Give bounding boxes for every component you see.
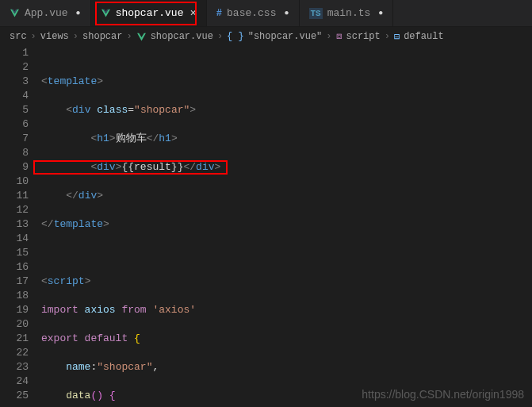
chevron-icon: ›: [217, 31, 223, 42]
crumb[interactable]: shopcar.vue: [151, 31, 213, 42]
vue-icon: [136, 32, 147, 42]
tab-shopcar-vue[interactable]: shopcar.vue ×: [91, 0, 207, 26]
tab-label: main.ts: [327, 7, 371, 19]
tab-label: shopcar.vue: [116, 7, 184, 19]
breadcrumb[interactable]: src› views› shopcar› shopcar.vue› { } "s…: [0, 27, 532, 46]
crumb[interactable]: default: [404, 31, 443, 42]
line-gutter: 1234567891011121314151617181920212223242…: [0, 46, 35, 407]
tab-label: App.vue: [25, 7, 68, 19]
crumb[interactable]: script: [346, 31, 381, 42]
code-editor[interactable]: 1234567891011121314151617181920212223242…: [0, 46, 532, 407]
chevron-icon: ›: [73, 31, 78, 42]
crumb[interactable]: shopcar: [82, 31, 122, 42]
ts-icon: TS: [309, 8, 323, 19]
code-content[interactable]: <template> <div class="shopcar"> <h1>购物车…: [35, 46, 407, 407]
script-icon: ⧈: [336, 31, 343, 42]
crumb[interactable]: views: [40, 31, 69, 42]
braces-icon: { }: [227, 31, 244, 42]
hash-icon: #: [216, 8, 222, 19]
tab-base-css[interactable]: # base.css: [207, 0, 300, 26]
vue-icon: [10, 8, 20, 18]
tab-main-ts[interactable]: TS main.ts: [300, 0, 394, 26]
chevron-icon: ›: [126, 31, 132, 42]
chevron-icon: ›: [385, 31, 390, 42]
close-icon[interactable]: ×: [189, 7, 196, 20]
crumb[interactable]: src: [10, 31, 27, 42]
vue-icon: [101, 8, 111, 18]
chevron-icon: ›: [31, 31, 36, 42]
chevron-icon: ›: [326, 31, 331, 42]
tab-app-vue[interactable]: App.vue: [0, 0, 91, 26]
symbol-icon: ⊟: [394, 31, 400, 43]
tab-label: base.css: [227, 7, 276, 19]
tab-bar: App.vue shopcar.vue × # base.css TS main…: [0, 0, 532, 27]
crumb[interactable]: "shopcar.vue": [248, 31, 323, 42]
